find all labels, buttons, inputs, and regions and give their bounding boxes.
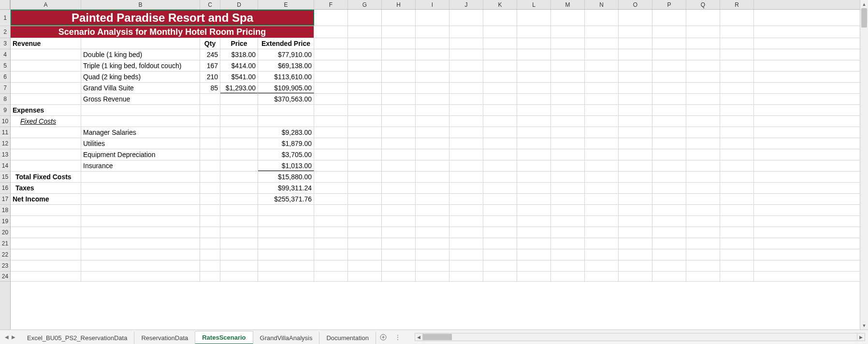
cell-empty[interactable] (551, 216, 585, 227)
column-header-M[interactable]: M (551, 0, 585, 9)
cell-empty[interactable] (220, 194, 258, 204)
row-header-11[interactable]: 11 (0, 127, 10, 138)
cell-empty[interactable] (585, 194, 619, 204)
row-header-3[interactable]: 3 (0, 38, 10, 49)
cell-empty[interactable] (483, 249, 517, 260)
cell-empty[interactable] (11, 238, 81, 249)
cell-empty[interactable] (81, 38, 200, 49)
item-extended[interactable]: $69,138.00 (258, 60, 314, 71)
column-header-C[interactable]: C (200, 0, 220, 9)
hscroll-thumb[interactable] (423, 334, 452, 340)
cell-empty[interactable] (200, 272, 220, 281)
cell-empty[interactable] (11, 138, 81, 149)
cell-empty[interactable] (220, 160, 258, 171)
cell-empty[interactable] (382, 272, 416, 281)
cell-empty[interactable] (483, 60, 517, 71)
cell-empty[interactable] (416, 194, 449, 204)
column-header-K[interactable]: K (483, 0, 517, 9)
item-qty[interactable]: 85 (200, 83, 220, 93)
cell-empty[interactable] (686, 238, 720, 249)
cell-empty[interactable] (551, 272, 585, 281)
cell-empty[interactable] (551, 105, 585, 115)
item-name[interactable]: Double (1 king bed) (81, 49, 200, 60)
cell-empty[interactable] (585, 26, 619, 38)
cell-empty[interactable] (382, 205, 416, 215)
sheet-tab-Excel_BU05_PS2_ReservationData[interactable]: Excel_BU05_PS2_ReservationData (20, 331, 134, 344)
cell-empty[interactable] (619, 194, 652, 204)
cell-empty[interactable] (314, 194, 348, 204)
cell-empty[interactable] (619, 10, 652, 26)
cell-empty[interactable] (720, 10, 754, 26)
cell-empty[interactable] (220, 238, 258, 249)
cell-empty[interactable] (314, 205, 348, 215)
cell-empty[interactable] (551, 238, 585, 249)
cell-empty[interactable] (619, 260, 652, 271)
cell-empty[interactable] (220, 127, 258, 138)
cell-empty[interactable] (585, 116, 619, 127)
row-header-2[interactable]: 2 (0, 26, 10, 38)
cell-empty[interactable] (314, 127, 348, 138)
total-fixed-value[interactable]: $15,880.00 (258, 172, 314, 182)
cell-empty[interactable] (81, 216, 200, 227)
cell-empty[interactable] (348, 10, 382, 26)
cell-empty[interactable] (483, 183, 517, 193)
cell-empty[interactable] (416, 94, 449, 104)
cost-value[interactable]: $1,879.00 (258, 138, 314, 149)
cell-empty[interactable] (314, 249, 348, 260)
cell-empty[interactable] (382, 149, 416, 160)
cell-empty[interactable] (551, 10, 585, 26)
cell-empty[interactable] (517, 272, 551, 281)
cell-empty[interactable] (551, 227, 585, 238)
cell-empty[interactable] (449, 205, 483, 215)
cell-empty[interactable] (517, 172, 551, 182)
cell-empty[interactable] (416, 272, 449, 281)
cell-empty[interactable] (517, 60, 551, 71)
cell-empty[interactable] (517, 238, 551, 249)
cell-empty[interactable] (382, 38, 416, 49)
row-header-13[interactable]: 13 (0, 149, 10, 160)
cell-empty[interactable] (686, 10, 720, 26)
vscroll-track[interactable] (860, 8, 868, 321)
cost-value[interactable]: $1,013.00 (258, 160, 314, 171)
cell-empty[interactable] (483, 72, 517, 82)
cell-empty[interactable] (686, 138, 720, 149)
cell-empty[interactable] (720, 194, 754, 204)
cell-empty[interactable] (686, 116, 720, 127)
cell-empty[interactable] (585, 205, 619, 215)
cell-empty[interactable] (652, 194, 686, 204)
cell-empty[interactable] (720, 105, 754, 115)
cell-empty[interactable] (220, 138, 258, 149)
cell-empty[interactable] (686, 83, 720, 93)
cell-empty[interactable] (382, 105, 416, 115)
cell-empty[interactable] (483, 10, 517, 26)
cell-empty[interactable] (619, 60, 652, 71)
cell-empty[interactable] (483, 216, 517, 227)
cell-empty[interactable] (652, 116, 686, 127)
taxes-label[interactable]: Taxes (11, 183, 81, 193)
cell-empty[interactable] (720, 83, 754, 93)
row-header-17[interactable]: 17 (0, 194, 10, 205)
cell-empty[interactable] (258, 272, 314, 281)
cell-empty[interactable] (416, 72, 449, 82)
hscroll-track[interactable] (423, 333, 857, 341)
cell-empty[interactable] (449, 249, 483, 260)
cell-empty[interactable] (551, 194, 585, 204)
cell-empty[interactable] (314, 83, 348, 93)
cell-empty[interactable] (619, 149, 652, 160)
cell-empty[interactable] (686, 49, 720, 60)
cell-empty[interactable] (348, 49, 382, 60)
cell-empty[interactable] (449, 116, 483, 127)
cell-empty[interactable] (382, 138, 416, 149)
cell-empty[interactable] (720, 183, 754, 193)
cell-empty[interactable] (652, 72, 686, 82)
cell-empty[interactable] (416, 216, 449, 227)
cell-empty[interactable] (348, 72, 382, 82)
sheet-tab-GrandVillaAnalysis[interactable]: GrandVillaAnalysis (253, 331, 320, 344)
cell-empty[interactable] (720, 205, 754, 215)
cell-empty[interactable] (551, 127, 585, 138)
row-header-23[interactable]: 23 (0, 260, 10, 272)
scroll-up-icon[interactable]: ▲ (860, 0, 868, 8)
cell-empty[interactable] (382, 10, 416, 26)
cell-empty[interactable] (483, 194, 517, 204)
cell-empty[interactable] (348, 127, 382, 138)
